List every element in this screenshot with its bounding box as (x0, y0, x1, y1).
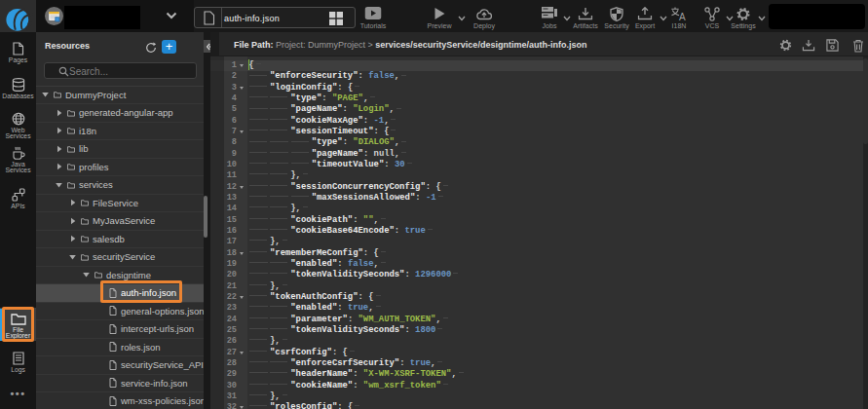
svg-text:A: A (679, 12, 686, 21)
